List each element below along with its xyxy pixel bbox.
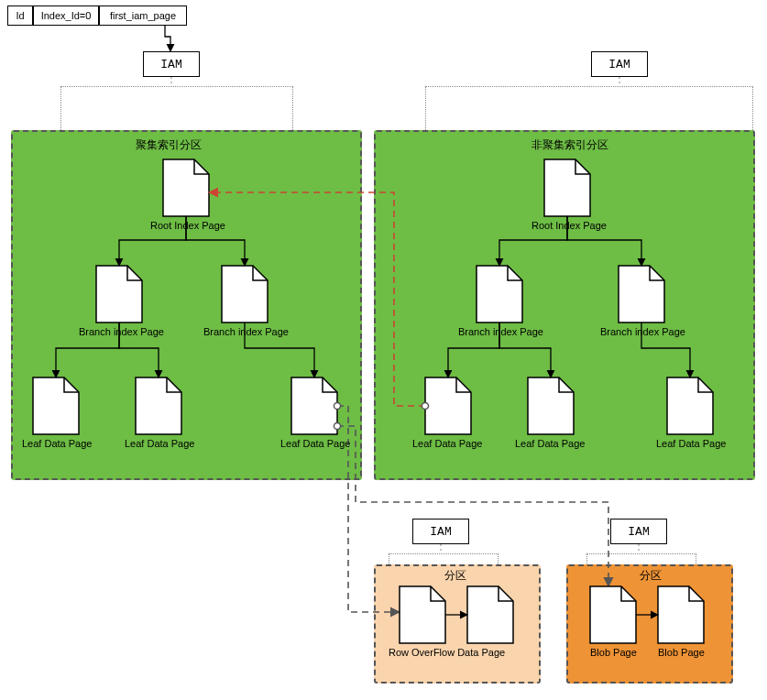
iam-box-2: IAM [591,51,648,77]
partition-clustered [11,130,362,480]
label-leaf-right1: Leaf Data Page [412,438,482,449]
table-cell-id: Id [7,5,33,26]
partition-nonclustered-title: 非聚集索引分区 [531,137,608,153]
label-leaf-left1: Leaf Data Page [22,438,92,449]
label-leaf-right3: Leaf Data Page [656,438,726,449]
label-blob1: Blob Page [590,647,637,658]
iam-box-1: IAM [143,51,200,77]
table-cell-index: Index_Id=0 [33,5,99,26]
iam-box-4: IAM [610,519,667,544]
dotted-frame-left-top [60,86,293,130]
table-cell-first-iam: first_iam_page [99,5,187,26]
iam-box-3: IAM [412,519,469,544]
partition-blob-title: 分区 [640,568,662,584]
partition-nonclustered [374,130,755,480]
partition-clustered-title: 聚集索引分区 [136,137,202,153]
label-overflow: Row OverFlow Data Page [389,647,505,658]
label-leaf-right2: Leaf Data Page [515,438,585,449]
partition-overflow-title: 分区 [444,568,466,584]
label-root-left: Root Index Page [150,220,225,231]
label-leaf-left3: Leaf Data Page [280,438,350,449]
diagram-canvas: Id Index_Id=0 first_iam_page IAM IAM IAM… [0,0,767,700]
label-branch-left1: Branch index Page [79,326,164,337]
label-root-right: Root Index Page [531,220,607,231]
label-blob2: Blob Page [658,647,705,658]
label-leaf-left2: Leaf Data Page [125,438,194,449]
label-branch-right1: Branch index Page [458,326,543,337]
dotted-frame-right-top [425,86,753,130]
label-branch-right2: Branch index Page [600,326,685,337]
label-branch-left2: Branch index Page [203,326,289,337]
